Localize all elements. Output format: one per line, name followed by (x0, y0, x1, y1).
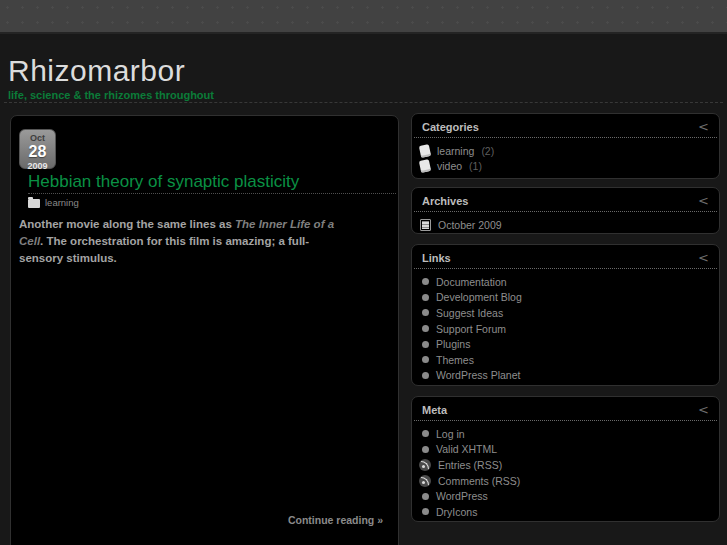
sidebar-archives-widget: Archives < October 2009 (411, 187, 720, 234)
meta-label: Log in (436, 428, 465, 440)
bullet-icon (422, 356, 429, 363)
rss-icon (419, 475, 431, 487)
collapse-chevron-icon[interactable]: < (698, 120, 709, 133)
post-date-year: 2009 (20, 162, 55, 171)
archive-label: October 2009 (438, 219, 502, 231)
link-item-support-forum[interactable]: Support Forum (420, 321, 711, 337)
link-item-documentation[interactable]: Documentation (420, 274, 711, 290)
meta-item-dryicons[interactable]: DryIcons (420, 504, 711, 520)
category-item-learning[interactable]: learning (2) (420, 143, 711, 159)
categories-title: Categories (422, 121, 479, 133)
bullet-icon (422, 341, 429, 348)
bullet-icon (422, 372, 429, 379)
link-label: Themes (436, 354, 474, 366)
meta-item-entries-rss[interactable]: Entries (RSS) (420, 457, 711, 473)
link-item-plugins[interactable]: Plugins (420, 336, 711, 352)
post-body: Another movie along the same lines as Th… (19, 216, 344, 267)
sidebar-categories-widget: Categories < learning (2) video (1) (411, 113, 720, 179)
archive-item-october-2009[interactable]: October 2009 (420, 217, 711, 233)
header-divider (4, 102, 723, 103)
meta-title: Meta (422, 404, 447, 416)
bullet-icon (422, 278, 429, 285)
link-label: Documentation (436, 276, 507, 288)
post-title-separator (28, 193, 396, 194)
post-category-link[interactable]: learning (45, 197, 79, 208)
archives-title: Archives (422, 195, 468, 207)
meta-label: Valid XHTML (436, 443, 497, 455)
category-label: video (437, 160, 462, 172)
bullet-icon (422, 493, 429, 500)
calendar-icon (420, 219, 431, 231)
bullet-icon (422, 446, 429, 453)
rss-icon (419, 459, 431, 471)
post-card: Oct 28 2009 Hebbian theory of synaptic p… (10, 115, 399, 545)
note-icon (419, 144, 431, 158)
link-label: WordPress Planet (436, 369, 520, 381)
sidebar-links-widget: Links < Documentation Development Blog S… (411, 244, 720, 386)
meta-label: Comments (RSS) (438, 475, 520, 487)
bullet-icon (422, 508, 429, 515)
post-body-text: . The orchestration for this film is ama… (19, 235, 309, 264)
site-title[interactable]: Rhizomarbor (8, 54, 185, 88)
browser-chrome-bar (0, 0, 727, 34)
post-body-text: Another movie along the same lines as (19, 218, 235, 230)
continue-reading-link[interactable]: Continue reading » (288, 514, 383, 526)
meta-item-wordpress[interactable]: WordPress (420, 488, 711, 504)
meta-item-comments-rss[interactable]: Comments (RSS) (420, 473, 711, 489)
post-date-badge: Oct 28 2009 (19, 129, 56, 169)
bullet-icon (422, 309, 429, 316)
link-label: Development Blog (436, 291, 522, 303)
link-label: Suggest Ideas (436, 307, 503, 319)
post-category-row: learning (28, 197, 79, 208)
post-title-link[interactable]: Hebbian theory of synaptic plasticity (28, 172, 398, 192)
bullet-icon (422, 325, 429, 332)
link-item-wordpress-planet[interactable]: WordPress Planet (420, 368, 711, 384)
category-count: (1) (469, 160, 482, 172)
collapse-chevron-icon[interactable]: < (698, 251, 709, 264)
meta-item-log-in[interactable]: Log in (420, 426, 711, 442)
link-item-themes[interactable]: Themes (420, 352, 711, 368)
meta-label: Entries (RSS) (438, 459, 502, 471)
category-item-video[interactable]: video (1) (420, 159, 711, 175)
meta-label: DryIcons (436, 506, 477, 518)
post-date-day: 28 (20, 144, 55, 160)
folder-icon (28, 199, 40, 208)
collapse-chevron-icon[interactable]: < (698, 403, 709, 416)
collapse-chevron-icon[interactable]: < (698, 194, 709, 207)
links-title: Links (422, 252, 451, 264)
link-label: Plugins (436, 338, 470, 350)
meta-label: WordPress (436, 490, 488, 502)
sidebar-meta-widget: Meta < Log in Valid XHTML Entries (RSS) … (411, 396, 720, 522)
link-item-development-blog[interactable]: Development Blog (420, 290, 711, 306)
meta-item-valid-xhtml[interactable]: Valid XHTML (420, 442, 711, 458)
blog-page: Rhizomarbor life, science & the rhizomes… (0, 34, 727, 545)
site-tagline: life, science & the rhizomes throughout (8, 89, 214, 101)
category-count: (2) (481, 145, 494, 157)
bullet-icon (422, 294, 429, 301)
bullet-icon (422, 430, 429, 437)
category-label: learning (437, 145, 474, 157)
note-icon (419, 159, 431, 173)
link-item-suggest-ideas[interactable]: Suggest Ideas (420, 305, 711, 321)
post-date-month: Oct (20, 134, 55, 143)
link-label: Support Forum (436, 323, 506, 335)
